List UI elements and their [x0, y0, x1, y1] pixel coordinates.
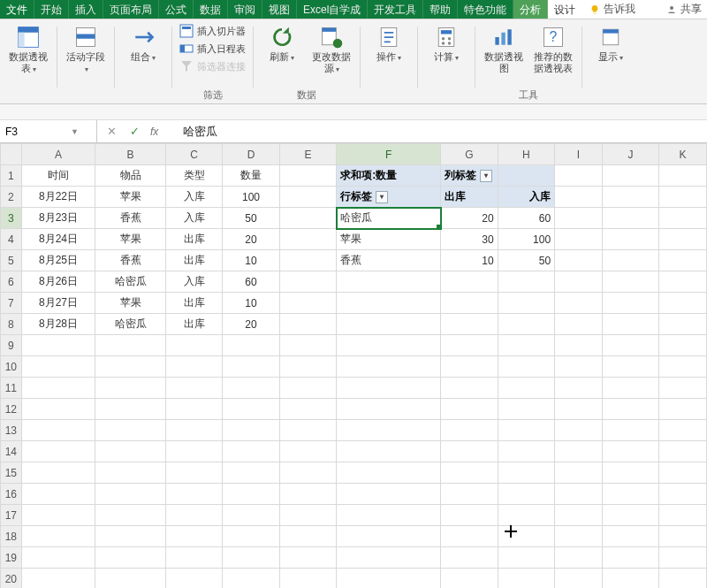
- cell-J2[interactable]: [602, 187, 658, 208]
- cell-A12[interactable]: [21, 399, 95, 420]
- cell-D16[interactable]: [223, 484, 279, 505]
- tab-special[interactable]: 特色功能: [458, 0, 513, 19]
- cell-H10[interactable]: [498, 356, 554, 378]
- cell-J15[interactable]: [602, 462, 658, 484]
- cell-J9[interactable]: [602, 335, 658, 356]
- row-6[interactable]: 68月26日哈密瓜入库60: [1, 271, 707, 293]
- cell-B19[interactable]: [95, 547, 165, 569]
- col-G[interactable]: G: [441, 144, 498, 165]
- cell-H7[interactable]: [498, 293, 554, 314]
- share-area[interactable]: 共享: [661, 0, 707, 19]
- col-A[interactable]: A: [21, 144, 95, 165]
- cell-E17[interactable]: [279, 505, 336, 526]
- cell-E9[interactable]: [279, 335, 336, 356]
- cell-C14[interactable]: [165, 441, 222, 462]
- cell-B11[interactable]: [95, 378, 165, 399]
- accept-formula-icon[interactable]: ✓: [127, 125, 141, 138]
- cell-F6[interactable]: [337, 271, 441, 293]
- cell-F13[interactable]: [337, 420, 441, 441]
- row-header-7[interactable]: 7: [1, 293, 22, 314]
- cell-K5[interactable]: [659, 250, 707, 271]
- cell-B5[interactable]: 香蕉: [95, 250, 165, 271]
- cell-C4[interactable]: 出库: [165, 229, 222, 250]
- cell-G6[interactable]: [441, 271, 498, 293]
- row-8[interactable]: 88月28日哈密瓜出库20: [1, 314, 707, 335]
- cell-B9[interactable]: [95, 335, 165, 356]
- col-I[interactable]: I: [555, 144, 603, 165]
- cell-C6[interactable]: 入库: [165, 271, 222, 293]
- calc-button[interactable]: 计算▾: [423, 23, 469, 65]
- row-header-3[interactable]: 3: [1, 208, 22, 229]
- cell-F19[interactable]: [337, 547, 441, 569]
- active-field-button[interactable]: 活动字段▾: [63, 23, 109, 77]
- tab-data[interactable]: 数据: [194, 0, 228, 19]
- cell-G12[interactable]: [441, 399, 498, 420]
- row-17[interactable]: 17: [1, 505, 707, 526]
- cell-K12[interactable]: [659, 399, 707, 420]
- cell-D17[interactable]: [223, 505, 279, 526]
- tab-insert[interactable]: 插入: [69, 0, 103, 19]
- col-B[interactable]: B: [95, 144, 165, 165]
- row-header-8[interactable]: 8: [1, 314, 22, 335]
- tab-layout[interactable]: 页面布局: [103, 0, 159, 19]
- cell-B7[interactable]: 苹果: [95, 293, 165, 314]
- row-16[interactable]: 16: [1, 484, 707, 505]
- cell-E3[interactable]: [279, 208, 336, 229]
- row-header-17[interactable]: 17: [1, 505, 22, 526]
- cell-K1[interactable]: [659, 165, 707, 187]
- cell-K7[interactable]: [659, 293, 707, 314]
- cell-K8[interactable]: [659, 314, 707, 335]
- tab-design[interactable]: 设计: [548, 0, 582, 19]
- cell-D14[interactable]: [223, 441, 279, 462]
- cell-H15[interactable]: [498, 462, 554, 484]
- row-header-15[interactable]: 15: [1, 462, 22, 484]
- cell-K15[interactable]: [659, 462, 707, 484]
- row-13[interactable]: 13: [1, 420, 707, 441]
- cell-A3[interactable]: 8月23日: [21, 208, 95, 229]
- row-header-9[interactable]: 9: [1, 335, 22, 356]
- cell-F3[interactable]: 哈密瓜: [337, 208, 441, 229]
- cell-J19[interactable]: [602, 547, 658, 569]
- cell-G10[interactable]: [441, 356, 498, 378]
- cell-D1[interactable]: 数量: [223, 165, 279, 187]
- pivot-row-dropdown-icon[interactable]: ▾: [376, 191, 388, 203]
- cell-J8[interactable]: [602, 314, 658, 335]
- cell-B2[interactable]: 苹果: [95, 187, 165, 208]
- cell-A5[interactable]: 8月25日: [21, 250, 95, 271]
- cell-B4[interactable]: 苹果: [95, 229, 165, 250]
- cell-I20[interactable]: [555, 569, 603, 589]
- cell-G15[interactable]: [441, 462, 498, 484]
- tab-help[interactable]: 帮助: [423, 0, 458, 19]
- row-14[interactable]: 14: [1, 441, 707, 462]
- cell-F2[interactable]: 行标签▾: [337, 187, 441, 208]
- cell-A9[interactable]: [21, 335, 95, 356]
- cell-I10[interactable]: [555, 356, 603, 378]
- col-J[interactable]: J: [602, 144, 658, 165]
- cell-G5[interactable]: 10: [441, 250, 498, 271]
- cell-A2[interactable]: 8月22日: [21, 187, 95, 208]
- cell-C12[interactable]: [165, 399, 222, 420]
- cell-I14[interactable]: [555, 441, 603, 462]
- cell-A18[interactable]: [21, 526, 95, 547]
- row-7[interactable]: 78月27日苹果出库10: [1, 293, 707, 314]
- tell-me[interactable]: 告诉我: [582, 0, 642, 19]
- cell-C5[interactable]: 出库: [165, 250, 222, 271]
- cell-K11[interactable]: [659, 378, 707, 399]
- recommend-pivot-button[interactable]: ? 推荐的数据透视表: [530, 23, 576, 76]
- operations-button[interactable]: 操作▾: [366, 23, 412, 65]
- cell-G20[interactable]: [441, 569, 498, 589]
- cell-A20[interactable]: [21, 569, 95, 589]
- row-header-5[interactable]: 5: [1, 250, 22, 271]
- cell-D6[interactable]: 60: [223, 271, 279, 293]
- cell-H4[interactable]: 100: [498, 229, 554, 250]
- cell-E13[interactable]: [279, 420, 336, 441]
- cell-C17[interactable]: [165, 505, 222, 526]
- cell-B18[interactable]: [95, 526, 165, 547]
- cell-E10[interactable]: [279, 356, 336, 378]
- cell-G16[interactable]: [441, 484, 498, 505]
- cell-G4[interactable]: 30: [441, 229, 498, 250]
- cell-J5[interactable]: [602, 250, 658, 271]
- cell-E8[interactable]: [279, 314, 336, 335]
- cell-G11[interactable]: [441, 378, 498, 399]
- cell-E15[interactable]: [279, 462, 336, 484]
